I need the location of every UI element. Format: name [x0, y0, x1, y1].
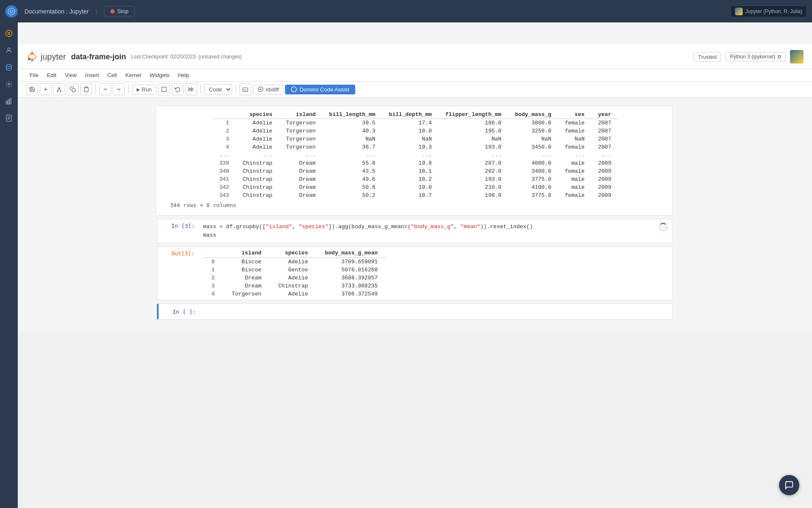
table-row: 3 [213, 135, 236, 143]
table-row: 4 [203, 290, 223, 298]
table-row: 19.8 [382, 159, 439, 167]
table-row: 4100.0 [508, 183, 558, 191]
table-row: 2007 [591, 127, 618, 135]
svg-point-3 [8, 48, 10, 50]
table-row: 2009 [591, 191, 618, 199]
table-row: 2009 [591, 167, 618, 175]
copy-button[interactable] [67, 83, 79, 95]
table-row: Adelie [270, 290, 316, 298]
svg-rect-7 [8, 100, 9, 104]
table-row: 2007 [591, 143, 618, 151]
chat-bubble[interactable] [779, 475, 799, 495]
run-button[interactable]: ▶ Run [132, 85, 156, 94]
menu-view[interactable]: View [61, 71, 80, 80]
jupyter-header: jupyter data-frame-join Last Checkpoint:… [18, 45, 812, 69]
menu-insert[interactable]: Insert [82, 71, 102, 80]
move-up-button[interactable] [99, 83, 111, 95]
cut-button[interactable] [53, 83, 65, 95]
trusted-button[interactable]: Trusted [694, 52, 721, 62]
menu-help[interactable]: Help [175, 71, 193, 80]
save-button[interactable] [26, 83, 38, 95]
sidebar-item-home[interactable] [1, 26, 16, 41]
menu-kernel[interactable]: Kernel [122, 71, 145, 80]
add-cell-button[interactable] [40, 83, 52, 95]
stop-icon [110, 9, 115, 14]
svg-marker-29 [189, 88, 191, 91]
svg-rect-6 [6, 101, 7, 104]
menu-edit[interactable]: Edit [44, 71, 60, 80]
table-row: Torgersen [223, 290, 270, 298]
sidebar-item-docs[interactable] [1, 110, 16, 126]
table-row: Dream [279, 175, 322, 183]
table-row: Adelie [236, 119, 279, 127]
sidebar-item-user[interactable] [1, 43, 16, 58]
sidebar-item-data[interactable] [1, 60, 16, 75]
svg-rect-8 [10, 99, 11, 104]
empty-input-cell[interactable]: In [ ]: [157, 304, 673, 320]
table-row: Chinstrap [236, 191, 279, 199]
table-row: ... [322, 151, 382, 159]
table-row: ... [236, 151, 279, 159]
menu-file[interactable]: File [26, 71, 42, 80]
cell-type-select[interactable]: Code [204, 84, 232, 95]
stop-button[interactable]: Stop [104, 6, 135, 17]
spinner-icon [659, 223, 667, 231]
code-cell-in3[interactable]: In [3]: mass = df.groupby(["island", "sp… [157, 219, 673, 243]
table-row: NaN [322, 135, 382, 143]
table-row: 341 [213, 175, 236, 183]
fast-forward-button[interactable] [185, 83, 197, 95]
table-row: 5076.016260 [316, 266, 386, 274]
kernel-badge: Jupyter (Python, R, Julia) [730, 6, 807, 17]
empty-cell-content[interactable] [201, 304, 672, 319]
cell-prompt-out3: Out[3]: [157, 247, 200, 260]
toolbar-separator-3 [200, 84, 201, 94]
doc-title: Documentation : Jupyter [25, 8, 89, 15]
col-header-year: year [591, 110, 618, 119]
out-col-island: island [223, 248, 270, 258]
table-row: Dream [223, 282, 270, 290]
interrupt-button[interactable] [158, 83, 170, 95]
sidebar-item-charts[interactable] [1, 94, 16, 109]
svg-rect-25 [72, 88, 75, 92]
table-row: 2009 [591, 183, 618, 191]
table-row: 2 [213, 127, 236, 135]
table-row: Chinstrap [236, 175, 279, 183]
restart-button[interactable] [172, 83, 184, 95]
cell-code-in3[interactable]: mass = df.groupby(["island", "species"])… [200, 219, 672, 243]
table-row: 19.3 [382, 143, 439, 151]
nbdiff-button[interactable]: nbdiff [253, 85, 284, 94]
menu-widgets[interactable]: Widgets [146, 71, 173, 80]
sidebar-item-settings[interactable] [1, 77, 16, 92]
kernel-status-icon [778, 55, 781, 58]
table-row: 195.0 [439, 127, 508, 135]
menu-cell[interactable]: Cell [104, 71, 120, 80]
col-header-sex: sex [558, 110, 591, 119]
paste-button[interactable] [80, 83, 92, 95]
table-row: male [558, 183, 591, 191]
table-row: 18.7 [382, 191, 439, 199]
table-row: 193.0 [439, 175, 508, 183]
svg-rect-26 [85, 87, 88, 88]
python-icon [735, 8, 743, 15]
move-down-button[interactable] [113, 83, 125, 95]
header-right: Trusted Python 3 (ipykernel) [694, 50, 804, 64]
table-row: NaN [382, 135, 439, 143]
domino-assist-button[interactable]: Domino Code Assist [285, 85, 355, 94]
table-row: female [558, 119, 591, 127]
table-row: Chinstrap [236, 183, 279, 191]
keyboard-shortcut-button[interactable] [239, 83, 251, 95]
table-row: 49.6 [322, 175, 382, 183]
table-row: 207.0 [439, 159, 508, 167]
table-row: 340 [213, 167, 236, 175]
main-area: jupyter data-frame-join Last Checkpoint:… [18, 45, 812, 508]
table-row: Adelie [236, 135, 279, 143]
separator: | [96, 8, 97, 15]
table-row: 202.0 [439, 167, 508, 175]
notebook-title: data-frame-join [71, 52, 126, 61]
table-row: 17.4 [382, 119, 439, 127]
kernel-button[interactable]: Python 3 (ipykernel) [725, 52, 786, 61]
cell-prompt-in3: In [3]: [157, 219, 200, 232]
table-row: 339 [213, 159, 236, 167]
table-row: 1 [203, 266, 223, 274]
table-row: 19.0 [382, 183, 439, 191]
